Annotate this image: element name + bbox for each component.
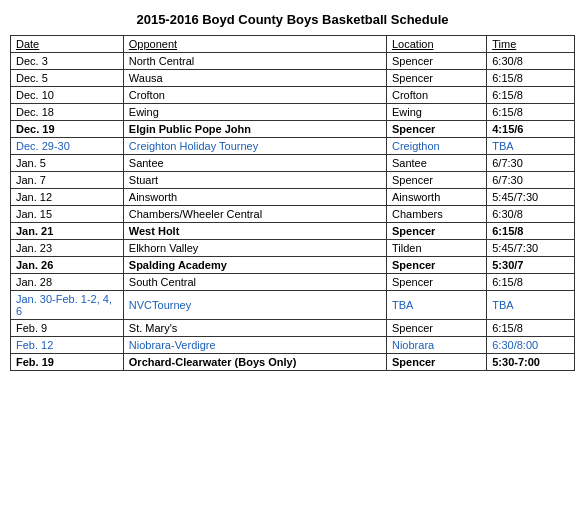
cell-location: Spencer bbox=[386, 53, 486, 70]
cell-location: Spencer bbox=[386, 172, 486, 189]
cell-opponent: Elkhorn Valley bbox=[123, 240, 386, 257]
cell-date: Jan. 26 bbox=[11, 257, 124, 274]
cell-location: Spencer bbox=[386, 223, 486, 240]
cell-date: Jan. 21 bbox=[11, 223, 124, 240]
cell-time: 6:15/8 bbox=[487, 104, 575, 121]
table-row: Jan. 15Chambers/Wheeler CentralChambers6… bbox=[11, 206, 575, 223]
cell-time: 6:30/8 bbox=[487, 206, 575, 223]
cell-location: Ewing bbox=[386, 104, 486, 121]
cell-opponent: Chambers/Wheeler Central bbox=[123, 206, 386, 223]
cell-opponent: NVCTourney bbox=[123, 291, 386, 320]
cell-location: Spencer bbox=[386, 257, 486, 274]
table-row: Jan. 23Elkhorn ValleyTilden5:45/7:30 bbox=[11, 240, 575, 257]
table-row: Dec. 10CroftonCrofton6:15/8 bbox=[11, 87, 575, 104]
cell-time: 6:15/8 bbox=[487, 223, 575, 240]
cell-date: Dec. 5 bbox=[11, 70, 124, 87]
cell-opponent: Ewing bbox=[123, 104, 386, 121]
cell-date: Jan. 15 bbox=[11, 206, 124, 223]
col-header-time: Time bbox=[487, 36, 575, 53]
cell-time: 5:45/7:30 bbox=[487, 189, 575, 206]
cell-opponent: Crofton bbox=[123, 87, 386, 104]
table-row: Dec. 29-30Creighton Holiday TourneyCreig… bbox=[11, 138, 575, 155]
cell-time: 6:30/8:00 bbox=[487, 337, 575, 354]
cell-opponent: St. Mary's bbox=[123, 320, 386, 337]
cell-opponent: Elgin Public Pope John bbox=[123, 121, 386, 138]
header-row: Date Opponent Location Time bbox=[11, 36, 575, 53]
cell-date: Jan. 12 bbox=[11, 189, 124, 206]
table-row: Jan. 30-Feb. 1-2, 4, 6NVCTourneyTBATBA bbox=[11, 291, 575, 320]
cell-date: Dec. 29-30 bbox=[11, 138, 124, 155]
cell-time: 5:30/7 bbox=[487, 257, 575, 274]
cell-time: 5:30-7:00 bbox=[487, 354, 575, 371]
page-title: 2015-2016 Boyd County Boys Basketball Sc… bbox=[10, 12, 575, 27]
cell-opponent: Niobrara-Verdigre bbox=[123, 337, 386, 354]
table-row: Jan. 28South CentralSpencer6:15/8 bbox=[11, 274, 575, 291]
cell-date: Feb. 12 bbox=[11, 337, 124, 354]
cell-opponent: Wausa bbox=[123, 70, 386, 87]
table-row: Jan. 12AinsworthAinsworth5:45/7:30 bbox=[11, 189, 575, 206]
cell-time: 6:15/8 bbox=[487, 320, 575, 337]
cell-date: Jan. 7 bbox=[11, 172, 124, 189]
cell-time: 5:45/7:30 bbox=[487, 240, 575, 257]
cell-time: 6:15/8 bbox=[487, 87, 575, 104]
cell-opponent: Stuart bbox=[123, 172, 386, 189]
cell-time: 4:15/6 bbox=[487, 121, 575, 138]
schedule-container: 2015-2016 Boyd County Boys Basketball Sc… bbox=[10, 12, 575, 371]
table-row: Jan. 7StuartSpencer6/7:30 bbox=[11, 172, 575, 189]
table-row: Jan. 21West HoltSpencer6:15/8 bbox=[11, 223, 575, 240]
cell-opponent: West Holt bbox=[123, 223, 386, 240]
cell-location: Santee bbox=[386, 155, 486, 172]
cell-location: Chambers bbox=[386, 206, 486, 223]
cell-time: 6:15/8 bbox=[487, 70, 575, 87]
cell-date: Jan. 23 bbox=[11, 240, 124, 257]
cell-date: Jan. 28 bbox=[11, 274, 124, 291]
table-row: Feb. 19Orchard-Clearwater (Boys Only)Spe… bbox=[11, 354, 575, 371]
cell-time: 6:30/8 bbox=[487, 53, 575, 70]
cell-location: TBA bbox=[386, 291, 486, 320]
cell-date: Jan. 5 bbox=[11, 155, 124, 172]
col-header-location: Location bbox=[386, 36, 486, 53]
table-row: Dec. 18EwingEwing6:15/8 bbox=[11, 104, 575, 121]
table-row: Feb. 9St. Mary'sSpencer6:15/8 bbox=[11, 320, 575, 337]
cell-time: TBA bbox=[487, 138, 575, 155]
cell-location: Ainsworth bbox=[386, 189, 486, 206]
table-row: Feb. 12Niobrara-VerdigreNiobrara6:30/8:0… bbox=[11, 337, 575, 354]
cell-date: Feb. 9 bbox=[11, 320, 124, 337]
schedule-table: Date Opponent Location Time Dec. 3North … bbox=[10, 35, 575, 371]
cell-opponent: Creighton Holiday Tourney bbox=[123, 138, 386, 155]
cell-date: Dec. 18 bbox=[11, 104, 124, 121]
cell-opponent: North Central bbox=[123, 53, 386, 70]
table-row: Dec. 19Elgin Public Pope JohnSpencer4:15… bbox=[11, 121, 575, 138]
table-row: Dec. 3North CentralSpencer6:30/8 bbox=[11, 53, 575, 70]
cell-opponent: Spalding Academy bbox=[123, 257, 386, 274]
cell-date: Dec. 3 bbox=[11, 53, 124, 70]
cell-location: Spencer bbox=[386, 320, 486, 337]
cell-time: 6/7:30 bbox=[487, 155, 575, 172]
table-row: Jan. 5SanteeSantee6/7:30 bbox=[11, 155, 575, 172]
cell-location: Niobrara bbox=[386, 337, 486, 354]
cell-opponent: Santee bbox=[123, 155, 386, 172]
cell-date: Feb. 19 bbox=[11, 354, 124, 371]
cell-location: Tilden bbox=[386, 240, 486, 257]
cell-location: Spencer bbox=[386, 121, 486, 138]
cell-location: Spencer bbox=[386, 274, 486, 291]
cell-opponent: Ainsworth bbox=[123, 189, 386, 206]
cell-location: Spencer bbox=[386, 354, 486, 371]
table-row: Jan. 26Spalding AcademySpencer5:30/7 bbox=[11, 257, 575, 274]
table-row: Dec. 5WausaSpencer6:15/8 bbox=[11, 70, 575, 87]
cell-time: 6/7:30 bbox=[487, 172, 575, 189]
cell-date: Dec. 19 bbox=[11, 121, 124, 138]
cell-location: Crofton bbox=[386, 87, 486, 104]
cell-time: TBA bbox=[487, 291, 575, 320]
col-header-opponent: Opponent bbox=[123, 36, 386, 53]
cell-location: Spencer bbox=[386, 70, 486, 87]
cell-location: Creigthon bbox=[386, 138, 486, 155]
cell-time: 6:15/8 bbox=[487, 274, 575, 291]
col-header-date: Date bbox=[11, 36, 124, 53]
cell-date: Jan. 30-Feb. 1-2, 4, 6 bbox=[11, 291, 124, 320]
cell-date: Dec. 10 bbox=[11, 87, 124, 104]
cell-opponent: South Central bbox=[123, 274, 386, 291]
cell-opponent: Orchard-Clearwater (Boys Only) bbox=[123, 354, 386, 371]
